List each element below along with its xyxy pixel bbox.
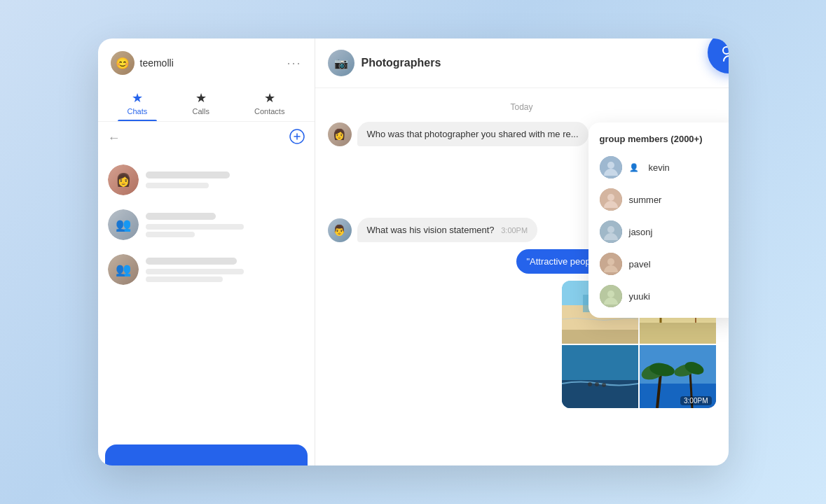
tab-chats-label: Chats	[128, 107, 148, 115]
chat-preview-placeholder2	[146, 232, 195, 237]
calls-star-icon: ★	[195, 90, 207, 106]
chat-name-placeholder	[146, 172, 230, 178]
toolbar-play-icon[interactable]	[197, 463, 215, 465]
member-item[interactable]: yuuki	[588, 280, 729, 312]
toolbar-more-icon[interactable]	[269, 463, 287, 465]
member-name: yuuki	[629, 291, 650, 302]
chat-name-placeholder	[146, 213, 216, 220]
member-name: summer	[629, 195, 662, 205]
svg-point-24	[595, 382, 599, 386]
more-options-button[interactable]: ···	[287, 56, 301, 71]
member-avatar	[600, 188, 622, 211]
member-name: jasonj	[629, 227, 653, 237]
svg-rect-10	[562, 330, 638, 344]
date-divider: Today	[328, 102, 716, 112]
group-name: Photographers	[362, 57, 441, 69]
chats-star-icon: ★	[132, 90, 143, 106]
member-item[interactable]: 👤 kevin	[588, 151, 729, 183]
right-panel: 📷 Photographers Today 👩 Who was that pho…	[315, 38, 729, 465]
chat-info	[146, 258, 305, 282]
svg-point-35	[607, 162, 614, 169]
svg-point-44	[723, 47, 729, 54]
chat-info	[146, 172, 305, 188]
members-panel-title: group members (2000+)	[588, 134, 729, 151]
contacts-star-icon: ★	[264, 90, 275, 106]
member-avatar	[600, 220, 622, 243]
tabs-row: ★ Chats ★ Calls ★ Contacts	[98, 82, 315, 122]
left-panel: 😊 teemolli ··· ★ Chats ★ Calls ★ Contact…	[98, 38, 315, 465]
compose-button[interactable]	[289, 129, 305, 148]
search-row: ←	[98, 122, 315, 155]
message-bubble: Who was that photographer you shared wit…	[357, 122, 588, 146]
svg-point-25	[602, 383, 606, 387]
photo-cell-3	[562, 345, 638, 408]
photo-time-badge: 3:00PM	[680, 396, 711, 405]
tab-contacts[interactable]: ★ Contacts	[245, 86, 294, 121]
svg-point-37	[607, 194, 614, 201]
member-item[interactable]: pavel	[588, 248, 729, 280]
svg-point-41	[607, 258, 614, 265]
chat-item[interactable]: 👥	[98, 247, 315, 292]
member-item[interactable]: jasonj	[588, 216, 729, 248]
message-time: 3:00PM	[501, 226, 528, 234]
svg-rect-15	[640, 323, 716, 344]
tab-chats[interactable]: ★ Chats	[118, 86, 158, 121]
tab-calls-label: Calls	[192, 107, 209, 115]
chat-avatar: 👩	[108, 164, 139, 195]
toolbar-globe-icon[interactable]	[233, 463, 251, 465]
message-avatar: 👩	[328, 122, 352, 146]
message-bubble: What was his vision statement? 3:00PM	[357, 218, 538, 242]
chat-avatar: 👥	[108, 209, 139, 240]
svg-point-23	[588, 382, 592, 386]
member-name: pavel	[629, 259, 651, 270]
user-avatar: 😊	[111, 51, 135, 75]
chat-preview-placeholder	[146, 224, 244, 230]
toolbar-contacts-icon[interactable]	[125, 463, 143, 465]
member-avatar	[600, 253, 622, 275]
member-item[interactable]: summer	[588, 183, 729, 216]
message-avatar: 👨	[328, 218, 352, 242]
member-avatar	[600, 285, 622, 307]
svg-rect-21	[562, 345, 638, 380]
chat-preview-placeholder	[146, 183, 209, 188]
tab-calls[interactable]: ★ Calls	[182, 86, 219, 121]
back-button[interactable]: ←	[108, 131, 121, 146]
bottom-toolbar	[105, 444, 308, 465]
chat-preview-placeholder	[146, 269, 244, 274]
members-panel: group members (2000+) 👤 kevin	[588, 122, 729, 318]
group-avatar: 📷	[328, 50, 355, 76]
svg-point-39	[607, 226, 614, 233]
chat-header: 📷 Photographers	[315, 38, 729, 88]
chat-avatar: 👥	[108, 254, 139, 285]
toolbar-video-icon[interactable]	[161, 463, 179, 465]
chat-list: 👩 👥	[98, 155, 315, 465]
member-name: kevin	[649, 162, 670, 173]
svg-point-43	[607, 290, 614, 298]
chat-preview-placeholder2	[146, 276, 223, 282]
username-label: teemolli	[140, 57, 174, 69]
chat-name-placeholder	[146, 258, 237, 265]
app-container: 😊 teemolli ··· ★ Chats ★ Calls ★ Contact…	[98, 38, 729, 465]
member-avatar	[600, 156, 622, 178]
search-input[interactable]	[126, 133, 284, 144]
tab-contacts-label: Contacts	[254, 107, 284, 115]
user-info: 😊 teemolli	[111, 51, 174, 75]
chat-item[interactable]: 👩	[98, 158, 315, 202]
chat-info	[146, 213, 305, 237]
chat-item[interactable]: 👥	[98, 202, 315, 247]
left-header: 😊 teemolli ···	[98, 38, 315, 82]
